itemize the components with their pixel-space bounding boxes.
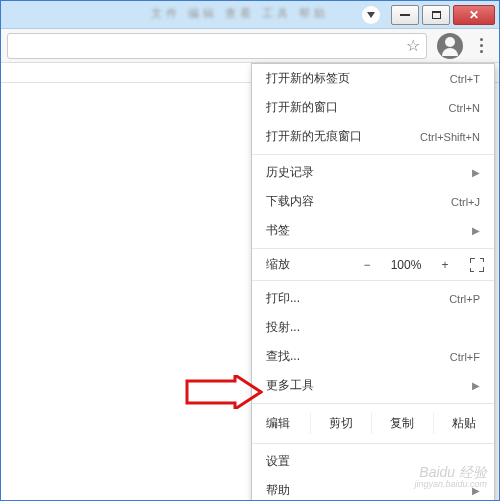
menu-bookmarks[interactable]: 书签▶ bbox=[252, 216, 494, 245]
maximize-button[interactable] bbox=[422, 5, 450, 25]
parent-menu-blur: 文件 编辑 查看 工具 帮助 bbox=[151, 6, 329, 21]
menu-history[interactable]: 历史记录▶ bbox=[252, 158, 494, 187]
menu-zoom-row: 缩放 − 100% + bbox=[252, 252, 494, 277]
zoom-out-button[interactable]: − bbox=[356, 258, 378, 272]
dropdown-circle-button[interactable] bbox=[362, 6, 380, 24]
profile-avatar-icon[interactable] bbox=[437, 33, 463, 59]
menu-edit-row: 编辑 剪切 复制 粘贴 bbox=[252, 407, 494, 440]
chevron-right-icon: ▶ bbox=[472, 167, 480, 178]
close-button[interactable]: ✕ bbox=[453, 5, 495, 25]
watermark: Baidu 经验 jingyan.baidu.com bbox=[414, 465, 487, 490]
menu-print[interactable]: 打印...Ctrl+P bbox=[252, 284, 494, 313]
bookmark-star-icon[interactable]: ☆ bbox=[406, 36, 420, 55]
edit-label: 编辑 bbox=[266, 415, 310, 432]
fullscreen-icon[interactable] bbox=[470, 258, 484, 272]
paste-button[interactable]: 粘贴 bbox=[433, 413, 494, 434]
menu-more-tools[interactable]: 更多工具▶ bbox=[252, 371, 494, 400]
menu-downloads[interactable]: 下载内容Ctrl+J bbox=[252, 187, 494, 216]
copy-button[interactable]: 复制 bbox=[371, 413, 432, 434]
zoom-label: 缩放 bbox=[266, 256, 290, 273]
annotation-arrow-icon bbox=[185, 375, 263, 409]
zoom-in-button[interactable]: + bbox=[434, 258, 456, 272]
menu-cast[interactable]: 投射... bbox=[252, 313, 494, 342]
cut-button[interactable]: 剪切 bbox=[310, 413, 371, 434]
zoom-percent: 100% bbox=[386, 258, 426, 272]
address-bar[interactable]: ☆ bbox=[7, 33, 427, 59]
chevron-right-icon: ▶ bbox=[472, 380, 480, 391]
minimize-button[interactable] bbox=[391, 5, 419, 25]
menu-find[interactable]: 查找...Ctrl+F bbox=[252, 342, 494, 371]
menu-new-tab[interactable]: 打开新的标签页Ctrl+T bbox=[252, 64, 494, 93]
chevron-right-icon: ▶ bbox=[472, 225, 480, 236]
menu-new-incognito[interactable]: 打开新的无痕窗口Ctrl+Shift+N bbox=[252, 122, 494, 151]
browser-toolbar: ☆ bbox=[1, 29, 499, 63]
menu-new-window[interactable]: 打开新的窗口Ctrl+N bbox=[252, 93, 494, 122]
kebab-menu-button[interactable] bbox=[469, 38, 493, 53]
parent-window-titlebar: 文件 编辑 查看 工具 帮助 ✕ bbox=[1, 1, 499, 29]
chrome-main-menu: 打开新的标签页Ctrl+T 打开新的窗口Ctrl+N 打开新的无痕窗口Ctrl+… bbox=[251, 63, 495, 501]
